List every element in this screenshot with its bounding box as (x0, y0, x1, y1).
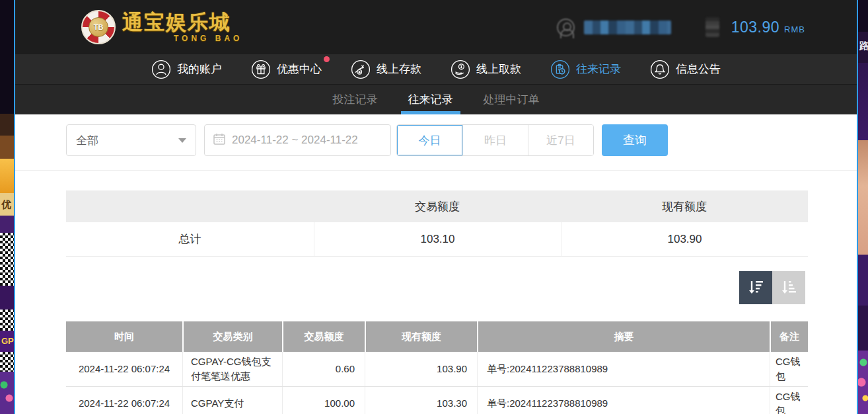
balance-currency: RMB (784, 20, 805, 34)
cell-summary: 单号:202411223788810989 (477, 387, 770, 414)
blurred-username (584, 21, 671, 34)
right-bg-purple-3 (858, 306, 868, 351)
summary-total-row: 总计 103.10 103.90 (66, 222, 808, 257)
left-bg-brown (0, 136, 14, 159)
right-bg-nav-text: 路 (858, 32, 868, 63)
left-bg-banner: 优 (0, 193, 14, 216)
calendar-icon (213, 132, 226, 149)
right-top-text: 路 (859, 40, 868, 52)
left-bg-candy (0, 372, 14, 414)
page-root: 优 GP 路 TB 通宝娱乐城 (0, 0, 868, 414)
left-bg-gold-coin (0, 159, 14, 193)
left-bg-brown-dark (0, 114, 14, 136)
nav-item-label: 往来记录 (576, 62, 621, 77)
date-range-picker[interactable]: 2024-11-22 ~ 2024-11-22 (204, 124, 391, 156)
nav-item-deposit[interactable]: 线上存款 (351, 60, 421, 79)
nav-item-label: 我的账户 (177, 62, 222, 77)
cell-amount: 100.00 (282, 387, 365, 414)
user-avatar-icon (557, 19, 575, 36)
summary-header-transaction: 交易额度 (314, 190, 561, 222)
nav-item-label: 信息公告 (676, 62, 721, 77)
site-logo[interactable]: TB 通宝娱乐城 TONG BAO (81, 10, 242, 44)
right-bg-dark (858, 0, 868, 32)
cell-type: CGPAY支付 (182, 387, 282, 414)
notification-dot (324, 56, 330, 62)
yesterday-button[interactable]: 昨日 (462, 125, 528, 155)
nav-item-my-account[interactable]: 我的账户 (151, 60, 222, 79)
top-header: TB 通宝娱乐城 TONG BAO 103.90 RMB (15, 0, 857, 54)
date-range-value: 2024-11-22 ~ 2024-11-22 (232, 134, 358, 147)
poker-chip-icon: TB (81, 10, 116, 44)
sort-descending-button[interactable] (739, 271, 772, 304)
main-panel: TB 通宝娱乐城 TONG BAO 103.90 RMB 我的账户 (14, 0, 858, 414)
table-row: 2024-11-22 06:07:24 CGPAY-CG钱包支付笔笔送优惠 0.… (66, 352, 808, 387)
left-qr-code-1 (0, 233, 14, 286)
left-qr-code-2 (0, 310, 14, 331)
cell-balance: 103.90 (365, 352, 477, 386)
gift-icon (251, 60, 271, 79)
nav-item-transaction-records[interactable]: 往来记录 (550, 60, 621, 79)
col-header-amount: 交易额度 (282, 321, 365, 352)
cell-time: 2024-11-22 06:07:24 (66, 387, 182, 414)
balance-value: 103.90 (731, 19, 779, 36)
nav-item-announcements[interactable]: 信息公告 (650, 60, 721, 79)
withdraw-icon (451, 60, 470, 79)
right-bg-purple-2 (858, 255, 868, 306)
summary-header-balance: 现有额度 (561, 190, 808, 222)
type-select-value: 全部 (76, 133, 98, 148)
summary-table: 交易额度 现有额度 总计 103.10 103.90 (66, 190, 808, 257)
user-info[interactable]: 103.90 RMB (557, 17, 805, 37)
summary-total-label: 总计 (66, 222, 314, 256)
right-bg-photo (858, 140, 868, 255)
last7days-button[interactable]: 近7日 (528, 125, 593, 155)
col-header-time: 时间 (66, 321, 182, 352)
nav-item-label: 线上取款 (476, 62, 521, 77)
left-bg-dark (0, 0, 14, 114)
records-header-row: 时间 交易类别 交易额度 现有额度 摘要 备注 (66, 321, 808, 352)
tab-pending-orders[interactable]: 处理中订单 (482, 85, 542, 114)
chip-tb-label: TB (89, 17, 108, 37)
right-background-strip: 路 (858, 0, 868, 414)
cell-balance: 103.30 (365, 387, 477, 414)
nav-item-label: 线上存款 (377, 62, 421, 77)
logo-text: 通宝娱乐城 TONG BAO (122, 12, 242, 42)
tab-label: 往来记录 (408, 92, 453, 107)
nav-item-label: 优惠中心 (277, 62, 322, 77)
quick-date-buttons: 今日 昨日 近7日 (396, 124, 594, 156)
left-promo-text: 优 (1, 198, 11, 211)
tab-transaction-records[interactable]: 往来记录 (406, 85, 455, 114)
tab-label: 投注记录 (333, 92, 378, 107)
cell-note: CG钱包 (770, 352, 808, 386)
right-bg-candy (858, 351, 868, 414)
user-icon (151, 60, 171, 79)
summary-header-row: 交易额度 现有额度 (66, 190, 808, 222)
blurred-wallet-icon (705, 17, 719, 37)
nav-item-withdraw[interactable]: 线上取款 (451, 60, 521, 79)
today-button[interactable]: 今日 (397, 125, 462, 155)
right-bg-purple-1 (858, 63, 868, 140)
sort-controls (66, 271, 805, 304)
nav-item-promotions[interactable]: 优惠中心 (251, 60, 322, 79)
deposit-icon (351, 60, 371, 79)
type-select-dropdown[interactable]: 全部 (66, 124, 196, 156)
summary-header-empty (66, 190, 314, 222)
col-header-note: 备注 (770, 321, 808, 352)
left-bg-gp-banner: GP (0, 331, 14, 352)
cell-type: CGPAY-CG钱包支付笔笔送优惠 (182, 352, 282, 386)
subtab-bar: 投注记录 往来记录 处理中订单 (15, 84, 857, 114)
left-bg-purple-2 (0, 286, 14, 310)
query-button[interactable]: 查询 (602, 124, 668, 156)
summary-total-balance: 103.90 (561, 222, 808, 256)
chevron-down-icon (178, 138, 186, 143)
main-nav: 我的账户 优惠中心 线上存款 线上取款 往来记录 信息公告 (15, 54, 857, 84)
col-header-type: 交易类别 (182, 321, 282, 352)
sort-ascending-button[interactable] (772, 271, 805, 304)
tab-bet-records[interactable]: 投注记录 (331, 85, 380, 114)
cell-time: 2024-11-22 06:07:24 (66, 352, 182, 386)
left-qr-code-3 (0, 352, 14, 372)
table-row: 2024-11-22 06:07:24 CGPAY支付 100.00 103.3… (66, 387, 808, 414)
logo-subtitle: TONG BAO (174, 34, 242, 42)
col-header-balance: 现有额度 (365, 321, 477, 352)
left-gp-text: GP (1, 336, 14, 346)
col-header-summary: 摘要 (477, 321, 770, 352)
